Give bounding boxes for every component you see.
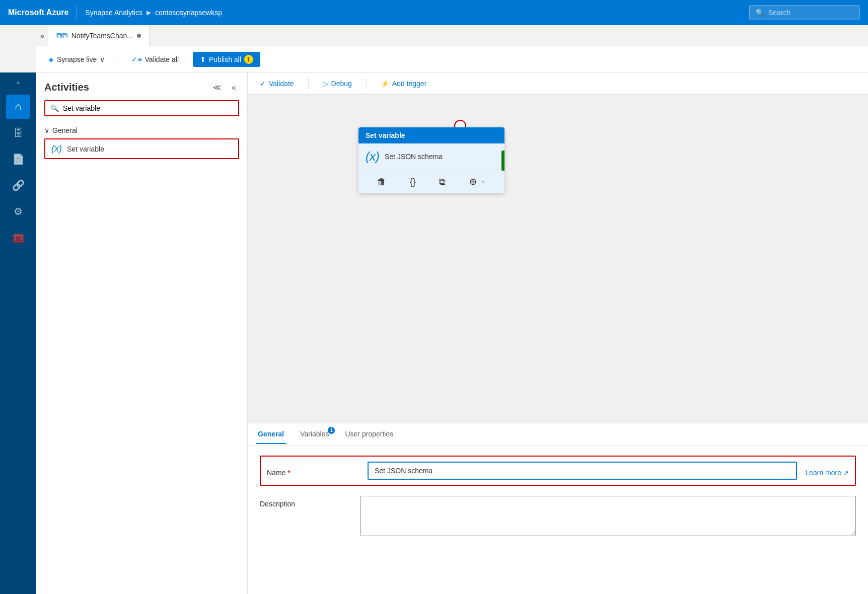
tab-user-properties-label: User properties: [345, 430, 393, 438]
bottom-panel: General Variables 1 User properties Name: [248, 423, 868, 594]
sidebar-expand-button[interactable]: »: [6, 77, 30, 89]
publish-all-label: Publish all: [209, 55, 241, 63]
section-title: General: [52, 126, 78, 134]
sidebar-icon-monitor[interactable]: ⚙: [6, 199, 30, 224]
tab-expand-button[interactable]: »: [36, 30, 48, 42]
pipeline-node-setvariable[interactable]: Set variable (x) Set JSON schema 🗑 {} ⧉ …: [358, 127, 504, 193]
manage-icon: 🧰: [12, 232, 25, 244]
activities-search-box[interactable]: 🔍: [44, 100, 239, 116]
node-json-button[interactable]: {}: [406, 175, 420, 189]
name-input-wrap: [368, 462, 797, 480]
validate-icon: ✓≡: [131, 55, 141, 63]
monitor-icon: ⚙: [14, 205, 23, 217]
validate-icon: ✓: [260, 80, 266, 88]
setvariable-label: Set variable: [67, 145, 104, 153]
validate-label: Validate: [269, 80, 294, 88]
pipeline-icon: ⧉⧉: [56, 31, 67, 40]
activities-general-section: ∨ General (x) Set variable ⋮⋮: [36, 122, 247, 165]
section-label-general[interactable]: ∨ General: [44, 126, 239, 134]
tab-notifyteams[interactable]: ⧉⧉ NotifyTeamsChan...: [48, 25, 150, 46]
tab-bar: » ⧉⧉ NotifyTeamsChan...: [0, 25, 868, 46]
tab-unsaved-dot: [137, 34, 141, 38]
learn-more-link[interactable]: Learn more ↗: [805, 465, 849, 477]
node-arrow-button[interactable]: ⊕→: [465, 174, 490, 189]
tab-variables-label: Variables: [300, 430, 329, 438]
variables-badge: 1: [328, 427, 335, 434]
canvas-content[interactable]: Set variable (x) Set JSON schema 🗑 {} ⧉ …: [248, 95, 868, 423]
sidebar-icon-home[interactable]: ⌂: [6, 95, 30, 119]
activities-controls: ≪ «: [210, 81, 239, 94]
synapse-live-icon: ◈: [48, 55, 54, 63]
add-trigger-button[interactable]: ⚡ Add trigger: [377, 78, 430, 90]
main-layout: » ⌂ 🗄 📄 🔗 ⚙ 🧰 Activities ≪ «: [0, 72, 868, 594]
database-icon: 🗄: [13, 127, 23, 139]
nav-divider: [77, 6, 77, 20]
brand-label: Microsoft Azure: [8, 8, 68, 17]
sidebar-icon-develop[interactable]: 📄: [6, 147, 30, 171]
sidebar-icon-data[interactable]: 🗄: [6, 121, 30, 145]
validate-button[interactable]: ✓ Validate: [256, 78, 298, 90]
second-toolbar: ◈ Synapse live ∨ ✓≡ Validate all ⬆ Publi…: [36, 46, 868, 72]
sidebar-icon-manage[interactable]: 🧰: [6, 226, 30, 250]
breadcrumb-synapse: Synapse Analytics: [85, 9, 142, 17]
section-chevron: ∨: [44, 126, 49, 134]
breadcrumb-workspace: contososynapsewksp: [155, 9, 222, 17]
activities-search-icon: 🔍: [50, 104, 59, 112]
integrate-icon: 🔗: [12, 179, 25, 191]
node-name-text: Set JSON schema: [385, 153, 443, 161]
external-link-icon: ↗: [843, 469, 849, 477]
breadcrumb-arrow-icon: ▶: [147, 9, 151, 16]
debug-icon: ▷: [323, 80, 328, 88]
description-label: Description: [260, 496, 360, 508]
synapse-live-label: Synapse live: [57, 55, 97, 63]
activities-collapse2-button[interactable]: «: [229, 81, 239, 94]
tab-general-label: General: [258, 430, 284, 438]
synapse-live-chevron: ∨: [100, 55, 105, 63]
learn-more-label: Learn more: [805, 469, 841, 477]
name-label: Name *: [267, 465, 368, 477]
debug-button[interactable]: ▷ Debug: [319, 78, 356, 90]
activities-search-input[interactable]: [63, 104, 233, 112]
node-body: (x) Set JSON schema: [358, 143, 504, 170]
content-area: Activities ≪ « 🔍 ∨ General (x): [36, 72, 868, 594]
tab-variables[interactable]: Variables 1: [298, 425, 331, 444]
expand-icon: »: [40, 32, 44, 40]
develop-icon: 📄: [12, 153, 25, 165]
activity-drag-button[interactable]: ⋮⋮: [214, 144, 232, 154]
activities-collapse-button[interactable]: ≪: [210, 81, 225, 94]
node-delete-button[interactable]: 🗑: [373, 175, 390, 189]
validate-all-label: Validate all: [145, 55, 179, 63]
canvas-divider1: [308, 78, 309, 90]
node-body-icon: (x): [366, 150, 380, 164]
home-icon: ⌂: [15, 100, 21, 113]
tab-user-properties[interactable]: User properties: [343, 425, 395, 444]
name-field-wrapper: Name * Learn more ↗: [260, 456, 856, 486]
search-bar[interactable]: 🔍: [749, 5, 860, 20]
description-input[interactable]: [360, 496, 856, 536]
add-trigger-label: Add trigger: [392, 80, 426, 88]
icon-sidebar: » ⌂ 🗄 📄 🔗 ⚙ 🧰: [0, 72, 36, 594]
publish-icon: ⬆: [200, 55, 206, 63]
publish-all-button[interactable]: ⬆ Publish all 1: [193, 52, 260, 67]
synapse-live-button[interactable]: ◈ Synapse live ∨: [44, 52, 109, 66]
bottom-tabs: General Variables 1 User properties: [248, 423, 868, 445]
debug-label: Debug: [331, 80, 352, 88]
bottom-content: Name * Learn more ↗: [248, 445, 868, 558]
activities-panel: Activities ≪ « 🔍 ∨ General (x): [36, 72, 248, 594]
name-required: *: [287, 469, 290, 477]
search-input[interactable]: [768, 9, 853, 17]
sidebar-icon-integrate[interactable]: 🔗: [6, 173, 30, 197]
node-green-bar: [501, 151, 504, 171]
canvas-area: ✓ Validate ▷ Debug ⚡ Add trigger: [248, 72, 868, 594]
node-copy-button[interactable]: ⧉: [435, 175, 450, 189]
name-input[interactable]: [368, 462, 797, 480]
canvas-divider2: [366, 78, 367, 90]
tab-general[interactable]: General: [256, 425, 286, 444]
toolbar-divider: [117, 53, 117, 65]
canvas-toolbar: ✓ Validate ▷ Debug ⚡ Add trigger: [248, 72, 868, 95]
publish-badge: 1: [244, 55, 253, 64]
activity-item-setvariable[interactable]: (x) Set variable ⋮⋮: [44, 138, 239, 159]
activities-title: Activities: [44, 82, 89, 93]
validate-all-button[interactable]: ✓≡ Validate all: [125, 52, 185, 66]
trigger-icon: ⚡: [381, 80, 389, 88]
